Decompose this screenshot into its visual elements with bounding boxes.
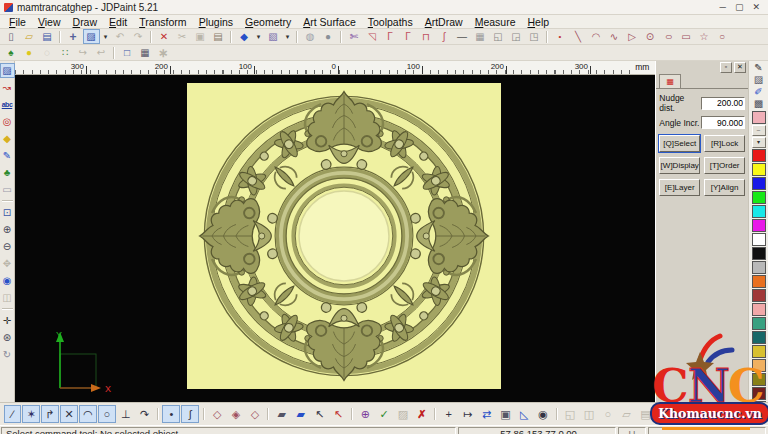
maximize-button[interactable]: ▢	[735, 2, 744, 12]
draw-ellipse-icon[interactable]: ○	[657, 29, 680, 44]
snap-perpendicular-icon[interactable]: ⊥	[117, 405, 135, 423]
add-node-icon[interactable]: +	[440, 405, 458, 423]
menu-edit[interactable]: Edit	[103, 16, 133, 28]
erase-region-icon[interactable]: ▨	[751, 74, 767, 86]
swatch-orange[interactable]	[752, 275, 766, 288]
smooth-curve-icon[interactable]: ʃ	[436, 29, 453, 44]
view-3d-dropdown-icon[interactable]: ▾	[283, 29, 293, 44]
menu-help[interactable]: Help	[521, 16, 555, 28]
delete-object-icon[interactable]: ✗	[413, 405, 431, 423]
swatch-dark-red[interactable]	[752, 289, 766, 302]
select-dropdown-icon[interactable]: ▾	[101, 29, 111, 44]
draw-circle-center-icon[interactable]: ⊙	[642, 29, 659, 44]
zoom-in-icon[interactable]: ⊕	[0, 222, 15, 237]
fillet-corner-icon[interactable]: ◹	[364, 29, 381, 44]
swatch-cyan[interactable]	[752, 205, 766, 218]
menu-transform[interactable]: Transform	[133, 16, 192, 28]
swatch-gold[interactable]	[752, 345, 766, 358]
swatch-yellow[interactable]	[752, 163, 766, 176]
move-view-icon[interactable]: ✛	[0, 313, 15, 328]
panel-button-elayer[interactable]: [E]Layer	[659, 179, 700, 196]
offset-curve-icon[interactable]: ⊓	[418, 29, 435, 44]
swatch-olive[interactable]	[752, 373, 766, 386]
light-bulb-icon[interactable]: ●	[21, 45, 38, 60]
view-sphere-icon[interactable]: ◉	[0, 273, 15, 288]
swatch-white[interactable]	[752, 233, 766, 246]
delete-icon[interactable]: ✕	[156, 29, 173, 44]
draw-circle-icon[interactable]: ○	[714, 29, 731, 44]
panel-tab[interactable]: ▦	[659, 74, 681, 88]
refresh-view-icon[interactable]: ↻	[0, 347, 15, 362]
swatch-magenta[interactable]	[752, 219, 766, 232]
node-edit-icon[interactable]: ↝	[0, 80, 15, 95]
shade-solid-icon[interactable]: ●	[320, 29, 337, 44]
swatch-navy[interactable]	[752, 401, 766, 402]
pen-tool-icon[interactable]: ✎	[0, 148, 15, 163]
panel-button-qselect[interactable]: [Q]Select	[659, 135, 700, 152]
menu-toolpaths[interactable]: Toolpaths	[362, 16, 419, 28]
zoom-out-icon[interactable]: ⊖	[0, 239, 15, 254]
snap-arc-icon[interactable]: ◠	[79, 405, 97, 423]
push-tool-icon[interactable]: ▰	[273, 405, 291, 423]
zoom-window-icon[interactable]: ⊡	[0, 205, 15, 220]
clip-region-icon[interactable]: ▣	[496, 405, 514, 423]
draw-spline-icon[interactable]: ∿	[606, 29, 623, 44]
nudge-dist-field[interactable]	[701, 97, 745, 110]
panel-button-yalign[interactable]: [Y]Align	[704, 179, 745, 196]
light-pair-icon[interactable]: ∷	[57, 45, 74, 60]
show-3d-box-icon[interactable]: □	[119, 45, 136, 60]
snap-intersect-icon[interactable]: ✕	[60, 405, 78, 423]
panel-button-wdisplay[interactable]: [W]Display	[659, 157, 700, 174]
snap-point-icon[interactable]: ✶	[22, 405, 40, 423]
draw-star-icon[interactable]: ☆	[696, 29, 713, 44]
snap-tangent-icon[interactable]: ↷	[136, 405, 154, 423]
show-object-icon[interactable]: ♠	[3, 45, 20, 60]
panel-button-rlock[interactable]: [R]Lock	[704, 135, 745, 152]
snap-grid-icon[interactable]: •	[162, 405, 180, 423]
select-region-icon[interactable]: ▨	[83, 29, 100, 44]
transform-tool-icon[interactable]: ⊕	[356, 405, 374, 423]
draw-point-icon[interactable]: •	[552, 29, 569, 44]
push-tool-blue-icon[interactable]: ▰	[292, 405, 310, 423]
minimize-button[interactable]: ─	[720, 2, 726, 12]
fill-tool-icon[interactable]: ◆	[0, 131, 15, 146]
panel-close-button[interactable]: ✕	[734, 62, 746, 73]
snap-circle-icon[interactable]: ○	[98, 405, 116, 423]
diamond-hatch-icon[interactable]: ◈	[227, 405, 245, 423]
more-colors-button[interactable]: ▾	[752, 137, 766, 148]
angle-incr-field[interactable]	[701, 116, 745, 129]
surface-fill-icon[interactable]: ◆	[236, 29, 253, 44]
draw-rectangle-icon[interactable]: ▭	[678, 29, 695, 44]
open-folder-icon[interactable]: ▱	[21, 29, 38, 44]
object-tree-icon[interactable]: ♣	[0, 165, 15, 180]
swatch-maroon[interactable]	[752, 387, 766, 400]
snap-spline-icon[interactable]: ʃ	[181, 405, 199, 423]
diamond-outline-icon[interactable]: ◇	[246, 405, 264, 423]
move-crosshair-icon[interactable]: +	[65, 29, 82, 44]
swap-direction-icon[interactable]: ⇄	[478, 405, 496, 423]
array-copy-icon[interactable]: ◱	[490, 29, 507, 44]
draw-polyline-icon[interactable]: ▷	[624, 29, 641, 44]
snap-line-icon[interactable]: ∕	[4, 405, 22, 423]
draw-line-icon[interactable]: ╲	[570, 29, 587, 44]
shade-mode-icon[interactable]: ◍	[302, 29, 319, 44]
menu-measure[interactable]: Measure	[469, 16, 522, 28]
save-icon[interactable]: ▤	[39, 29, 56, 44]
pick-cursor-icon[interactable]: ↖	[311, 405, 329, 423]
no-color-button[interactable]: ‒	[752, 125, 766, 136]
menu-plugins[interactable]: Plugins	[193, 16, 239, 28]
draw-arc-icon[interactable]: ◠	[588, 29, 605, 44]
pencil-tool-icon[interactable]: ✎	[751, 62, 767, 74]
swatch-sea-green[interactable]	[752, 317, 766, 330]
ring-tool-icon[interactable]: ◎	[0, 114, 15, 129]
drawing-canvas[interactable]: Y X	[15, 75, 655, 402]
mirror-copy-icon[interactable]: ◳	[526, 29, 543, 44]
menu-file[interactable]: File	[3, 16, 32, 28]
visibility-eye-icon[interactable]: ◉	[534, 405, 552, 423]
pick-cursor-red-icon[interactable]: ↖	[329, 405, 347, 423]
extend-node-icon[interactable]: ↦	[459, 405, 477, 423]
view-3d-icon[interactable]: ▧	[265, 29, 282, 44]
new-file-icon[interactable]: ▯	[3, 29, 20, 44]
round-corner-icon[interactable]: Γ	[400, 29, 417, 44]
diamond-fill-icon[interactable]: ◇	[208, 405, 226, 423]
